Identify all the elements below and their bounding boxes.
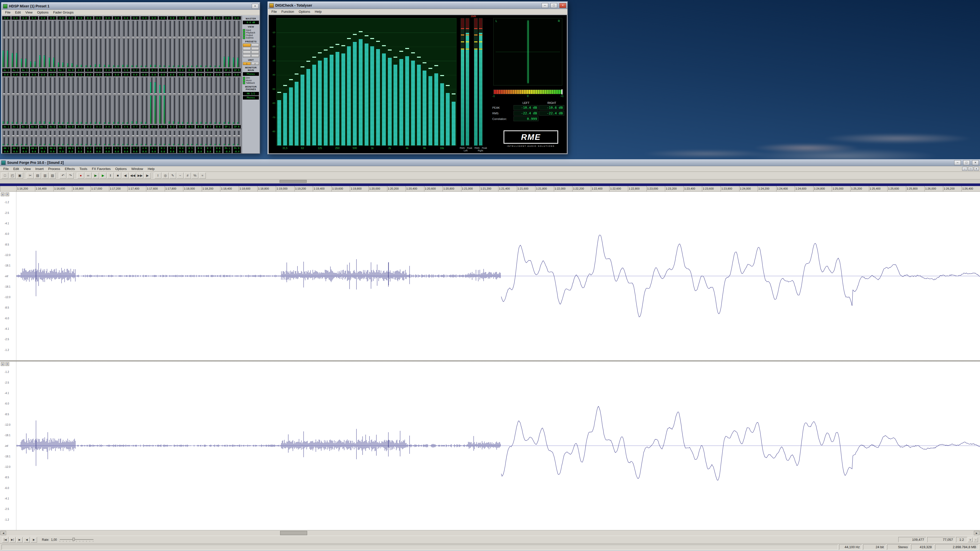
fader-handle[interactable] xyxy=(39,93,42,95)
fader-track[interactable] xyxy=(215,77,218,124)
go-to-start-icon[interactable]: |◀ xyxy=(2,537,8,543)
fader-track[interactable] xyxy=(228,130,231,146)
mdi-restore-button[interactable]: □ xyxy=(968,167,973,171)
fader-handle[interactable] xyxy=(53,93,56,95)
fader-track[interactable] xyxy=(113,21,116,68)
fader-handle[interactable] xyxy=(108,135,111,137)
fader-track[interactable] xyxy=(164,21,167,68)
scroll-left-arrow-icon[interactable]: ◀ xyxy=(0,531,6,535)
fader-track[interactable] xyxy=(113,130,116,146)
fader-track[interactable] xyxy=(108,130,111,146)
preset-button-1[interactable] xyxy=(243,44,251,47)
fader-handle[interactable] xyxy=(3,37,6,39)
fader-handle[interactable] xyxy=(118,93,121,95)
scroll-right-arrow-icon[interactable]: ▶ xyxy=(974,531,980,535)
waveform-display[interactable] xyxy=(16,361,980,530)
preset-button-2[interactable] xyxy=(251,44,259,47)
fader-handle[interactable] xyxy=(16,37,19,39)
fader-handle[interactable] xyxy=(210,93,213,95)
fader-handle[interactable] xyxy=(136,135,139,137)
fader-handle[interactable] xyxy=(21,93,24,95)
save-file-icon[interactable]: ▣ xyxy=(16,173,23,179)
fader-handle[interactable] xyxy=(182,37,185,39)
menu-item-help[interactable]: Help xyxy=(313,9,324,14)
fader-handle[interactable] xyxy=(30,135,33,137)
fader-track[interactable] xyxy=(178,77,181,124)
stop-icon[interactable]: ■ xyxy=(115,173,121,179)
fader-handle[interactable] xyxy=(30,37,33,39)
maximize-button[interactable]: □ xyxy=(550,3,557,8)
fader-track[interactable] xyxy=(191,130,194,146)
rate-slider[interactable] xyxy=(60,538,94,542)
fader-handle[interactable] xyxy=(215,135,218,137)
fader-track[interactable] xyxy=(154,130,158,146)
fader-track[interactable] xyxy=(187,77,190,124)
preset-button-4[interactable] xyxy=(251,47,259,50)
go-to-start-icon[interactable]: ◀ xyxy=(122,173,129,179)
fader-handle[interactable] xyxy=(113,37,116,39)
fader-track[interactable] xyxy=(53,21,56,68)
fader-track[interactable] xyxy=(104,130,107,146)
fader-track[interactable] xyxy=(150,130,153,146)
fader-track[interactable] xyxy=(224,130,227,146)
fader-handle[interactable] xyxy=(76,135,80,137)
fader-handle[interactable] xyxy=(118,135,121,137)
fader-handle[interactable] xyxy=(233,37,236,39)
fader-handle[interactable] xyxy=(12,93,15,95)
menu-item-options[interactable]: Options xyxy=(296,9,313,14)
fader-track[interactable] xyxy=(3,21,6,68)
checkbox-submix[interactable]: Submix xyxy=(243,37,259,39)
fader-handle[interactable] xyxy=(191,135,194,137)
fader-handle[interactable] xyxy=(196,135,199,137)
fader-track[interactable] xyxy=(108,21,111,68)
cut-icon[interactable]: ✂ xyxy=(27,173,34,179)
play-icon[interactable]: ▶ xyxy=(100,173,107,179)
fader-handle[interactable] xyxy=(173,93,176,95)
fader-handle[interactable] xyxy=(25,93,29,95)
fader-handle[interactable] xyxy=(219,93,222,95)
fader-track[interactable] xyxy=(81,77,84,124)
fader-handle[interactable] xyxy=(182,93,185,95)
fader-track[interactable] xyxy=(205,21,208,68)
fader-track[interactable] xyxy=(44,21,47,68)
fader-track[interactable] xyxy=(200,130,204,146)
fader-track[interactable] xyxy=(154,21,158,68)
record-icon[interactable]: ● xyxy=(77,173,84,179)
fader-track[interactable] xyxy=(39,77,42,124)
fader-track[interactable] xyxy=(39,130,42,146)
fader-handle[interactable] xyxy=(169,135,172,137)
fader-handle[interactable] xyxy=(99,135,102,137)
fader-handle[interactable] xyxy=(21,135,24,137)
fader-track[interactable] xyxy=(118,77,121,124)
menu-item-fx-favorites[interactable]: FX Favorites xyxy=(90,167,113,171)
fader-handle[interactable] xyxy=(108,93,111,95)
fader-handle[interactable] xyxy=(7,135,10,137)
fader-handle[interactable] xyxy=(49,37,52,39)
fader-track[interactable] xyxy=(44,130,47,146)
fader-track[interactable] xyxy=(237,77,240,124)
fader-handle[interactable] xyxy=(136,93,139,95)
fader-handle[interactable] xyxy=(3,135,6,137)
fader-track[interactable] xyxy=(136,77,139,124)
fader-handle[interactable] xyxy=(122,93,126,95)
fader-track[interactable] xyxy=(25,77,29,124)
menu-item-help[interactable]: Help xyxy=(145,167,157,171)
fader-track[interactable] xyxy=(132,130,135,146)
fader-track[interactable] xyxy=(76,130,80,146)
fader-track[interactable] xyxy=(159,21,162,68)
frame-backward-icon[interactable]: ◀ xyxy=(24,537,30,543)
fader-handle[interactable] xyxy=(62,135,65,137)
fader-handle[interactable] xyxy=(132,37,135,39)
fader-handle[interactable] xyxy=(81,93,84,95)
fader-handle[interactable] xyxy=(169,93,172,95)
fader-track[interactable] xyxy=(7,130,10,146)
fader-track[interactable] xyxy=(228,21,231,68)
menu-item-file[interactable]: File xyxy=(1,167,11,171)
fader-track[interactable] xyxy=(159,130,162,146)
fader-handle[interactable] xyxy=(67,135,70,137)
fader-track[interactable] xyxy=(169,130,172,146)
fader-track[interactable] xyxy=(95,130,98,146)
fader-track[interactable] xyxy=(30,77,33,124)
fader-handle[interactable] xyxy=(25,135,29,137)
fader-handle[interactable] xyxy=(200,37,204,39)
